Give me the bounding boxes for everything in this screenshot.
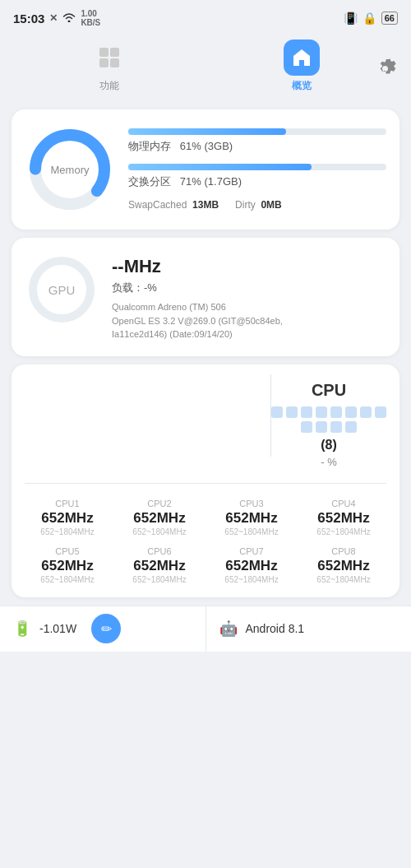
- cpu-cell-1: CPU1 652MHz 652~1804MHz: [25, 499, 110, 536]
- memory-stats: 物理内存 61% (3GB) 交换分区 71% (1.7GB) SwapCach…: [128, 128, 386, 211]
- swap-label-text: 交换分区: [128, 175, 171, 188]
- swapcached-value: 13MB: [192, 199, 219, 211]
- battery-level: 66: [385, 13, 395, 23]
- battery-indicator: 66: [381, 12, 398, 25]
- cpu-cell-3: CPU3 652MHz 652~1804MHz: [209, 499, 294, 536]
- cpu-dot-2: [286, 406, 298, 418]
- vibrate-icon: 📳: [344, 12, 358, 25]
- swapcached-label: SwapCached: [128, 199, 187, 211]
- cpu-dot-9: [301, 421, 312, 433]
- dirty-cell: Dirty 0MB: [235, 199, 282, 211]
- overview-icon: [291, 47, 312, 68]
- gear-icon: [378, 56, 398, 76]
- swapcached-cell: SwapCached 13MB: [128, 199, 219, 211]
- cpu-cell-range-8: 652~1804MHz: [316, 575, 370, 584]
- battery-bar-icon: 🔋: [13, 620, 31, 638]
- edit-button[interactable]: ✏: [91, 614, 121, 643]
- x-icon: ✕: [49, 12, 58, 24]
- cpu-cell-5: CPU5 652MHz 652~1804MHz: [25, 546, 110, 584]
- dirty-value: 0MB: [261, 199, 281, 211]
- cpu-chart: [25, 374, 271, 457]
- cache-row: SwapCached 13MB Dirty 0MB: [128, 199, 386, 211]
- physical-percent: 61% (3GB): [180, 140, 233, 152]
- cpu-cell-freq-3: 652MHz: [225, 510, 277, 527]
- cpu-cell-range-6: 652~1804MHz: [132, 575, 186, 584]
- cpu-cell-range-3: 652~1804MHz: [224, 527, 278, 536]
- cpu-cell-label-6: CPU6: [147, 546, 171, 556]
- gpu-label: GPU: [48, 283, 76, 297]
- cpu-cell-freq-7: 652MHz: [225, 558, 277, 574]
- nav-label-overview: 概览: [292, 79, 312, 93]
- cpu-cell-freq-5: 652MHz: [41, 558, 93, 574]
- cpu-cell-range-5: 652~1804MHz: [40, 575, 94, 584]
- func-icon-wrap: [91, 39, 127, 76]
- android-icon: 🤖: [219, 620, 238, 638]
- cpu-divider: [25, 483, 386, 484]
- cpu-dot-12: [345, 421, 357, 433]
- edit-icon: ✏: [101, 621, 112, 637]
- cpu-dot-3: [301, 406, 312, 418]
- physical-bar-bg: [128, 128, 386, 135]
- svg-rect-1: [110, 48, 119, 57]
- func-icon: [97, 45, 122, 70]
- svg-rect-2: [99, 58, 109, 67]
- cpu-cores: (8): [321, 438, 337, 453]
- bottom-bar: 🔋 -1.01W ✏ 🤖 Android 8.1: [0, 606, 411, 652]
- memory-card: Memory 物理内存 61% (3GB) 交换分区 71% (1.7GB): [12, 109, 399, 230]
- status-right-icons: 📳 🔒 66: [344, 12, 398, 25]
- cpu-summary: CPU (8) - %: [271, 374, 386, 475]
- nav-label-func: 功能: [99, 79, 119, 93]
- cpu-dot-11: [330, 421, 342, 433]
- cpu-top-section: CPU (8) - %: [12, 374, 399, 475]
- lock-icon: 🔒: [363, 12, 376, 25]
- nav-item-overview[interactable]: 概览: [206, 39, 398, 93]
- speed-text: 1.00KB/S: [81, 9, 100, 27]
- wifi-icon: [62, 12, 76, 25]
- cpu-cell-label-8: CPU8: [331, 546, 355, 556]
- power-text: -1.01W: [39, 622, 76, 635]
- cpu-cell-label-7: CPU7: [239, 546, 263, 556]
- cpu-cell-4: CPU4 652MHz 652~1804MHz: [301, 499, 386, 536]
- cpu-dot-6: [345, 406, 357, 418]
- nav-item-func[interactable]: 功能: [13, 39, 206, 93]
- memory-label: Memory: [51, 164, 90, 176]
- physical-label: 物理内存 61% (3GB): [128, 139, 386, 154]
- cpu-dot-7: [360, 406, 372, 418]
- cpu-cell-freq-1: 652MHz: [41, 510, 93, 527]
- overview-icon-wrap: [284, 39, 320, 76]
- cpu-cell-range-7: 652~1804MHz: [224, 575, 278, 584]
- nav-bar: 功能 概览: [0, 33, 411, 101]
- cpu-cell-label-1: CPU1: [55, 499, 79, 508]
- cpu-cell-2: CPU2 652MHz 652~1804MHz: [117, 499, 202, 536]
- settings-button[interactable]: [378, 56, 398, 79]
- swap-bar-bg: [128, 164, 386, 170]
- cpu-cell-7: CPU7 652MHz 652~1804MHz: [209, 546, 294, 584]
- cpu-card: CPU (8) - % CPU1 652MHz 652~180: [12, 364, 399, 597]
- cpu-title: CPU: [312, 381, 346, 400]
- cpu-cell-label-5: CPU5: [55, 546, 79, 556]
- cpu-cell-freq-4: 652MHz: [317, 510, 369, 527]
- cpu-cell-label-4: CPU4: [331, 499, 355, 508]
- cpu-dot-1: [271, 406, 283, 418]
- cpu-cell-label-2: CPU2: [147, 499, 171, 508]
- cpu-cell-range-2: 652~1804MHz: [132, 527, 186, 536]
- time-display: 15:03: [13, 12, 44, 26]
- cpu-dots: [271, 406, 386, 433]
- svg-rect-0: [99, 48, 109, 57]
- bottom-left: 🔋 -1.01W ✏: [0, 606, 206, 652]
- dirty-label: Dirty: [235, 199, 256, 211]
- cpu-dot-5: [330, 406, 342, 418]
- cpu-percent: - %: [321, 456, 337, 468]
- swap-percent: 71% (1.7GB): [180, 175, 242, 188]
- gpu-circle: GPU: [25, 253, 99, 327]
- memory-donut: Memory: [25, 124, 115, 215]
- gpu-mhz: --MHz: [112, 256, 386, 277]
- cpu-dot-10: [316, 421, 327, 433]
- swap-bar-fill: [128, 164, 312, 170]
- cpu-cell-label-3: CPU3: [239, 499, 263, 508]
- swap-label: 交换分区 71% (1.7GB): [128, 174, 386, 189]
- physical-bar-fill: [128, 128, 286, 135]
- bottom-right: 🤖 Android 8.1: [206, 606, 412, 652]
- cpu-grid: CPU1 652MHz 652~1804MHz CPU2 652MHz 652~…: [12, 490, 399, 584]
- cpu-dot-4: [316, 406, 327, 418]
